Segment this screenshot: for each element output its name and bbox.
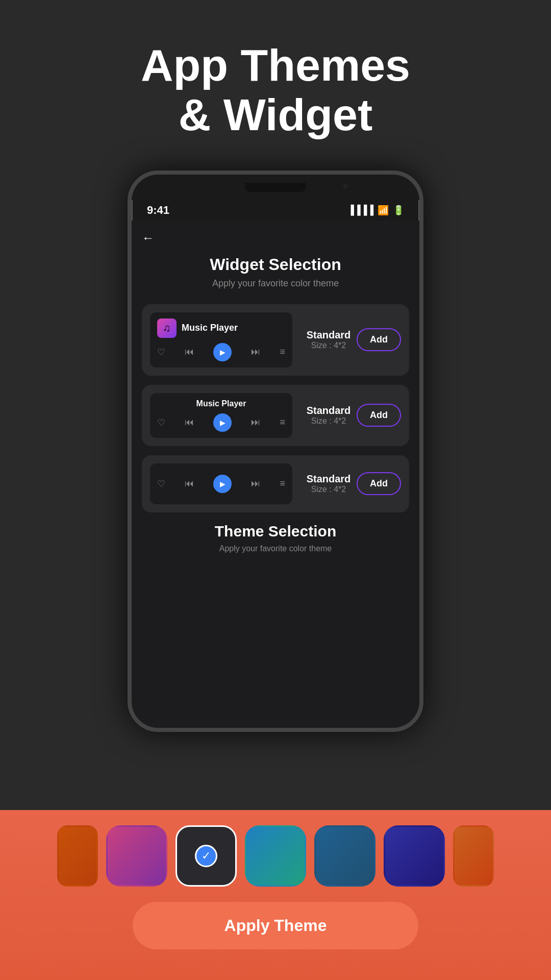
theme-swatches: ✓: [10, 825, 541, 887]
prev-icon-2[interactable]: ⏮: [185, 417, 194, 428]
add-widget-1-button[interactable]: Add: [357, 328, 401, 351]
widget-1-controls: ♡ ⏮ ▶ ⏭ ≡: [157, 343, 285, 361]
prev-icon-3[interactable]: ⏮: [185, 478, 194, 489]
page-title-container: Widget Selection: [142, 255, 409, 274]
widget-2-controls: ♡ ⏮ ▶ ⏭ ≡: [157, 413, 285, 432]
volume-down-button: [128, 343, 130, 384]
page-title: Widget Selection: [142, 255, 409, 274]
page-subtitle: Apply your favorite color theme: [142, 278, 409, 289]
volume-up-button: [128, 292, 130, 333]
widget-preview-3: ♡ ⏮ ▶ ⏭ ≡: [150, 463, 292, 504]
theme-swatch-3[interactable]: ✓: [176, 825, 237, 887]
play-button-3[interactable]: ▶: [213, 475, 232, 493]
widget-3-size-name: Standard: [300, 473, 357, 485]
back-button[interactable]: ←: [142, 231, 162, 245]
theme-swatch-2[interactable]: [106, 825, 167, 887]
widget-3-controls: ♡ ⏮ ▶ ⏭ ≡: [157, 470, 285, 498]
theme-subtitle: Apply your favorite color theme: [142, 544, 409, 553]
heart-icon-3[interactable]: ♡: [157, 478, 165, 489]
signal-icon: ▐▐▐▐: [347, 205, 373, 215]
next-icon[interactable]: ⏭: [251, 347, 260, 357]
heart-icon[interactable]: ♡: [157, 347, 165, 358]
widget-card-3: ♡ ⏮ ▶ ⏭ ≡ Standard Size : 4*2 Add: [142, 455, 409, 512]
widget-3-info: Standard Size : 4*2: [300, 473, 357, 494]
widget-2-size-label: Size : 4*2: [300, 416, 357, 426]
theme-swatch-6[interactable]: [384, 825, 445, 887]
widget-1-size-label: Size : 4*2: [300, 341, 357, 350]
add-widget-2-button[interactable]: Add: [357, 404, 401, 427]
queue-icon-2[interactable]: ≡: [280, 417, 285, 428]
widget-3-size-label: Size : 4*2: [300, 485, 357, 494]
theme-swatch-7[interactable]: [453, 825, 494, 887]
widget-card-2: Music Player ♡ ⏮ ▶ ⏭ ≡ Standard Size : 4…: [142, 385, 409, 446]
play-button-1[interactable]: ▶: [213, 343, 232, 361]
theme-swatch-4[interactable]: [245, 825, 306, 887]
theme-swatch-1[interactable]: [57, 825, 98, 887]
status-icons: ▐▐▐▐ 📶 🔋: [347, 205, 404, 216]
widget-card-1: ♫ Music Player ♡ ⏮ ▶ ⏭ ≡ Standard Size :…: [142, 304, 409, 376]
apply-theme-button[interactable]: Apply Theme: [133, 902, 418, 949]
phone-mockup: 9:41 ▐▐▐▐ 📶 🔋 ← Widget Selection Apply y…: [0, 170, 551, 732]
heart-icon-2[interactable]: ♡: [157, 417, 165, 428]
widget-top-row-1: ♫ Music Player: [157, 318, 285, 338]
wifi-icon: 📶: [378, 205, 389, 216]
status-time: 9:41: [147, 204, 169, 217]
swatch-selected-check: ✓: [195, 845, 217, 867]
play-button-2[interactable]: ▶: [213, 413, 232, 432]
status-bar: 9:41 ▐▐▐▐ 📶 🔋: [132, 200, 419, 220]
widget-1-size-name: Standard: [300, 329, 357, 341]
theme-title: Theme Selection: [142, 523, 409, 540]
phone-frame: 9:41 ▐▐▐▐ 📶 🔋 ← Widget Selection Apply y…: [128, 170, 423, 732]
notch-bar: [245, 183, 306, 192]
widget-preview-2: Music Player ♡ ⏮ ▶ ⏭ ≡: [150, 393, 292, 438]
theme-section-title: Theme Selection: [142, 523, 409, 540]
next-icon-2[interactable]: ⏭: [251, 417, 260, 428]
music-app-icon: ♫: [157, 318, 177, 338]
widget-preview-1: ♫ Music Player ♡ ⏮ ▶ ⏭ ≡: [150, 312, 292, 368]
widget-2-title: Music Player: [157, 399, 285, 408]
queue-icon[interactable]: ≡: [280, 347, 285, 357]
header-title: App Themes & Widget: [0, 41, 551, 140]
queue-icon-3[interactable]: ≡: [280, 478, 285, 489]
add-widget-3-button[interactable]: Add: [357, 472, 401, 495]
phone-screen-content: ← Widget Selection Apply your favorite c…: [132, 220, 419, 728]
bottom-section: ✓ Apply Theme: [0, 810, 551, 980]
next-icon-3[interactable]: ⏭: [251, 478, 260, 489]
widget-1-info: Standard Size : 4*2: [300, 329, 357, 350]
battery-icon: 🔋: [393, 205, 404, 216]
header-section: App Themes & Widget: [0, 0, 551, 160]
power-button: [421, 277, 423, 317]
phone-notch: [132, 175, 419, 200]
prev-icon[interactable]: ⏮: [185, 347, 194, 357]
theme-swatch-5[interactable]: [314, 825, 375, 887]
widget-2-info: Standard Size : 4*2: [300, 405, 357, 426]
widget-2-size-name: Standard: [300, 405, 357, 416]
mute-button: [128, 256, 130, 282]
front-camera: [343, 184, 348, 189]
widget-1-title: Music Player: [182, 323, 238, 333]
